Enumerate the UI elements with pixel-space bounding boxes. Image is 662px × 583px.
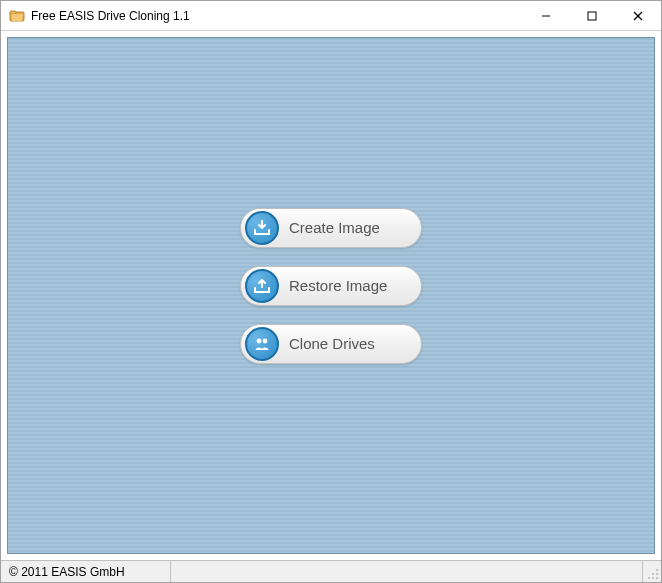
clone-drives-button[interactable]: Clone Drives — [240, 324, 422, 364]
resize-grip[interactable] — [643, 561, 661, 582]
create-image-label: Create Image — [279, 219, 421, 236]
minimize-button[interactable] — [523, 1, 569, 30]
download-tray-icon — [245, 211, 279, 245]
statusbar-empty — [171, 561, 643, 582]
statusbar: © 2011 EASIS GmbH — [1, 560, 661, 582]
minimize-icon — [541, 11, 551, 21]
main-content: Create Image Restore Image — [7, 37, 655, 554]
window-title: Free EASIS Drive Cloning 1.1 — [31, 9, 523, 23]
svg-point-11 — [648, 577, 650, 579]
close-button[interactable] — [615, 1, 661, 30]
app-icon — [9, 8, 25, 24]
window-controls — [523, 1, 661, 30]
svg-point-8 — [656, 569, 658, 571]
svg-point-6 — [257, 338, 262, 343]
close-icon — [633, 11, 643, 21]
statusbar-copyright: © 2011 EASIS GmbH — [1, 561, 171, 582]
restore-image-label: Restore Image — [279, 277, 421, 294]
svg-point-10 — [656, 573, 658, 575]
create-image-button[interactable]: Create Image — [240, 208, 422, 248]
maximize-icon — [587, 11, 597, 21]
svg-rect-3 — [588, 12, 596, 20]
grip-icon — [647, 568, 659, 580]
upload-tray-icon — [245, 269, 279, 303]
svg-point-13 — [656, 577, 658, 579]
svg-point-9 — [652, 573, 654, 575]
svg-point-12 — [652, 577, 654, 579]
maximize-button[interactable] — [569, 1, 615, 30]
action-button-stack: Create Image Restore Image — [240, 208, 422, 364]
svg-point-7 — [263, 338, 268, 343]
titlebar[interactable]: Free EASIS Drive Cloning 1.1 — [1, 1, 661, 31]
svg-rect-1 — [10, 11, 16, 14]
restore-image-button[interactable]: Restore Image — [240, 266, 422, 306]
clone-drives-label: Clone Drives — [279, 335, 421, 352]
app-window: Free EASIS Drive Cloning 1.1 — [0, 0, 662, 583]
people-icon — [245, 327, 279, 361]
